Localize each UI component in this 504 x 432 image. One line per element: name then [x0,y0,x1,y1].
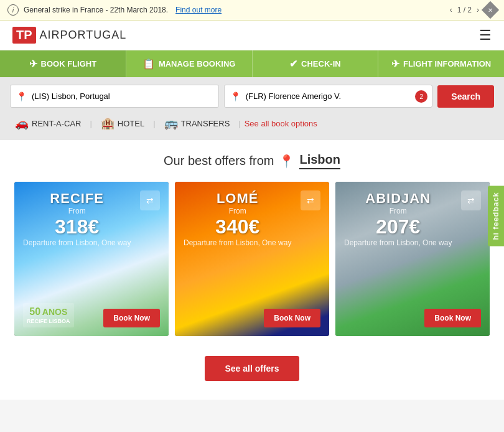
abidjan-book-button[interactable]: Book Now [424,309,481,327]
recife-title-area: RECIFE From 318€ Departure from Lisbon, … [23,190,131,247]
tab-book-flight[interactable]: ✈ BOOK FLIGHT [0,50,126,77]
sub-options: 🚗 RENT-A-CAR | 🏨 HOTEL | 🚌 TRANSFERS | S… [10,114,494,133]
abidjan-share-button[interactable]: ⇄ [461,190,481,210]
tab-check-in-label: CHECK-IN [301,59,341,68]
check-in-icon: ✔ [289,58,297,70]
offer-card-abidjan[interactable]: ABIDJAN From 207€ Departure from Lisbon,… [335,182,490,336]
tab-manage-booking[interactable]: 📋 MANAGE BOOKING [126,50,253,77]
hamburger-menu[interactable]: ☰ [479,27,492,44]
abidjan-price: 207€ [344,215,452,238]
to-input[interactable] [224,85,433,108]
passenger-badge: 2 [415,90,427,103]
sep2: | [153,119,155,128]
recife-city-pair: RECIFE LISBOA [27,318,70,324]
lome-city: LOMÉ [184,190,291,207]
search-button[interactable]: Search [437,85,494,108]
bus-icon: 🚌 [164,116,178,130]
transfers-option[interactable]: 🚌 TRANSFERS [159,114,235,133]
lome-from: From [184,207,291,215]
tab-manage-booking-label: MANAGE BOOKING [159,59,236,68]
lome-share-button[interactable]: ⇄ [301,190,320,210]
recife-anos-text: ANOS [42,307,67,317]
abidjan-title-area: ABIDJAN From 207€ Departure from Lisbon,… [344,190,452,247]
find-out-link[interactable]: Find out more [175,6,222,14]
recife-price: 318€ [23,215,131,238]
from-input-wrap: 📍 [10,85,219,108]
see-all-offers-button[interactable]: See all offers [205,356,299,381]
manage-booking-icon: 📋 [142,58,155,70]
recife-logo: 50 ANOS RECIFE LISBOA [23,303,74,327]
recife-content: RECIFE From 318€ Departure from Lisbon, … [14,182,169,336]
logo-tp: TP [12,27,36,44]
lome-content: LOMÉ From 340€ Departure from Lisbon, On… [175,182,329,336]
logo-text: AIRPORTUGAL [40,29,127,42]
recife-anos-number: 50 [29,306,40,317]
offer-card-lome[interactable]: LOMÉ From 340€ Departure from Lisbon, On… [175,182,329,336]
nav-tabs: ✈ BOOK FLIGHT 📋 MANAGE BOOKING ✔ CHECK-I… [0,50,504,77]
from-input[interactable] [10,85,219,108]
offers-cards-row: RECIFE From 318€ Departure from Lisbon, … [10,182,494,336]
abidjan-top: ABIDJAN From 207€ Departure from Lisbon,… [344,190,481,247]
logo: TP AIRPORTUGAL [12,27,126,44]
see-all-options-link[interactable]: See all book options [245,119,317,128]
recife-city: RECIFE [23,190,131,207]
search-area: 📍 📍 2 Search 🚗 RENT-A-CAR | 🏨 HOTEL | 🚌 … [0,77,504,140]
offers-city: Lisbon [299,153,340,169]
lome-book-button[interactable]: Book Now [264,309,320,327]
feedback-tab[interactable]: hi feedback [488,185,504,246]
flight-info-icon: ✈ [391,58,399,70]
prev-alert-arrow[interactable]: ‹ [450,6,452,14]
abidjan-content: ABIDJAN From 207€ Departure from Lisbon,… [335,182,490,336]
car-icon: 🚗 [15,116,29,130]
lome-departure: Departure from Lisbon, One way [184,238,291,247]
offers-section: Our best offers from 📍 Lisbon RECIFE Fro… [0,140,504,400]
tab-book-flight-label: BOOK FLIGHT [41,59,97,68]
lome-bottom: Book Now [184,309,320,327]
tab-check-in[interactable]: ✔ CHECK-IN [253,50,379,77]
to-pin-icon: 📍 [230,92,241,101]
tab-flight-info[interactable]: ✈ FLIGHT INFORMATION [378,50,504,77]
recife-top: RECIFE From 318€ Departure from Lisbon, … [23,190,160,247]
close-alert-button[interactable] [482,1,499,19]
alert-bar: i General strike in France - 22th March … [0,0,504,21]
rent-a-car-label: RENT-A-CAR [32,119,81,128]
sep1: | [90,119,91,128]
rent-a-car-option[interactable]: 🚗 RENT-A-CAR [10,114,86,133]
to-input-wrap: 📍 2 [224,85,433,108]
alert-text: General strike in France - 22th March 20… [24,6,168,14]
recife-bottom: 50 ANOS RECIFE LISBOA Book Now [23,303,160,327]
offer-card-recife[interactable]: RECIFE From 318€ Departure from Lisbon, … [14,182,169,336]
abidjan-bottom: Book Now [344,309,481,327]
abidjan-city: ABIDJAN [344,190,452,207]
transfers-label: TRANSFERS [181,119,230,128]
offers-title: Our best offers from 📍 Lisbon [10,153,494,169]
info-icon: i [7,4,19,16]
lome-price: 340€ [184,215,291,238]
tab-flight-info-label: FLIGHT INFORMATION [403,59,491,68]
recife-departure: Departure from Lisbon, One way [23,238,131,247]
lome-title-area: LOMÉ From 340€ Departure from Lisbon, On… [184,190,291,247]
lome-top: LOMÉ From 340€ Departure from Lisbon, On… [184,190,320,247]
sep3: | [238,119,240,128]
abidjan-from: From [344,207,452,215]
hotel-label: HOTEL [118,119,144,128]
recife-book-button[interactable]: Book Now [103,309,160,327]
header: TP AIRPORTUGAL ☰ [0,21,504,50]
recife-share-button[interactable]: ⇄ [140,190,160,210]
hotel-icon: 🏨 [101,116,114,130]
city-pin-icon: 📍 [279,154,294,169]
book-flight-icon: ✈ [29,58,37,70]
from-pin-icon: 📍 [16,92,27,101]
search-row: 📍 📍 2 Search [10,85,494,108]
hotel-option[interactable]: 🏨 HOTEL [96,114,149,133]
next-alert-arrow[interactable]: › [477,6,479,14]
abidjan-departure: Departure from Lisbon, One way [344,238,452,247]
recife-from: From [23,207,131,215]
offers-title-prefix: Our best offers from [164,154,274,168]
alert-pagination: 1 / 2 [457,6,472,14]
alert-nav-controls: ‹ 1 / 2 › [450,4,497,16]
